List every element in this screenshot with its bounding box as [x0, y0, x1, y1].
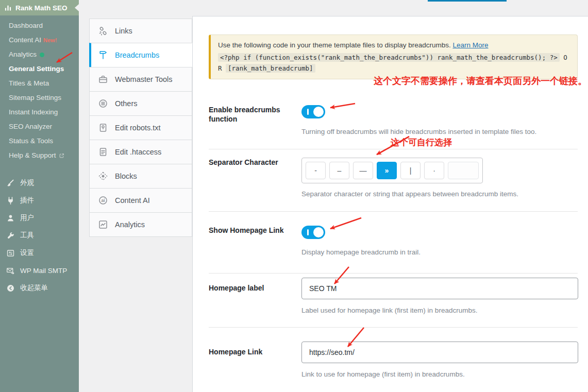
links-icon	[98, 26, 108, 36]
breadcrumbs-signpost-icon	[98, 50, 108, 60]
notice-code-line: <?php if (function_exists("rank_math_the…	[218, 52, 570, 74]
green-status-dot	[40, 53, 44, 57]
tab-label: Edit .htaccess	[115, 148, 161, 156]
setting-label: Homepage Link	[209, 342, 301, 378]
sidebar-item-users[interactable]: 用户	[0, 209, 79, 227]
breadcrumbs-code-notice: Use the following code in your theme tem…	[209, 35, 578, 79]
analytics-chart-icon	[98, 219, 108, 230]
tab-others[interactable]: Others	[89, 91, 192, 116]
setting-label: Separator Character	[209, 158, 301, 198]
setting-description: Link to use for homepage (first item) in…	[301, 370, 578, 378]
settings-tab-list: Links Breadcrumbs Webmaster Tools Others…	[89, 19, 192, 237]
homepage-label-input[interactable]	[301, 278, 578, 299]
show-homepage-link-toggle[interactable]	[301, 226, 325, 239]
sidebar-item-content-ai[interactable]: Content AINew!	[0, 33, 79, 47]
setting-description: Label used for homepage link (first item…	[301, 306, 578, 314]
setting-row-show-homepage-link: Show Homepage Link Display homepage brea…	[209, 212, 578, 274]
tools-wrench-icon	[6, 231, 15, 240]
external-link-icon	[59, 153, 64, 160]
tab-label: Others	[115, 99, 138, 108]
appearance-brush-icon	[6, 179, 15, 188]
sidebar-item-status-tools[interactable]: Status & Tools	[0, 134, 79, 148]
content-ai-icon: ai	[98, 195, 108, 206]
php-code-snippet: <?php if (function_exists("rank_math_the…	[218, 53, 560, 62]
setting-label: Enable breadcrumbs function	[209, 105, 301, 135]
setting-description: Turning off breadcrumbs will hide breadc…	[301, 128, 578, 135]
separator-option-guillemet-selected[interactable]: »	[377, 162, 397, 179]
sidebar-item-help-support[interactable]: Help & Support	[0, 148, 79, 164]
rank-math-submenu: Dashboard Content AINew! Analytics Gener…	[0, 15, 79, 164]
breadcrumbs-settings-content: Use the following code in your theme tem…	[192, 16, 588, 392]
setting-row-separator-character: Separator Character - – — » | · Separato…	[209, 149, 578, 212]
tab-label: Analytics	[115, 220, 145, 229]
tab-label: Webmaster Tools	[115, 75, 172, 83]
sidebar-item-titles-meta[interactable]: Titles & Meta	[0, 76, 79, 91]
plugin-icon	[6, 196, 15, 205]
setting-description: Display homepage breadcrumb in trail.	[301, 248, 578, 256]
wp-core-menu: 外观 插件 用户 工具 设置 WP Mail SMTP 收起菜单	[0, 164, 79, 297]
sidebar-item-seo-analyzer[interactable]: SEO Analyzer	[0, 120, 79, 134]
setting-row-homepage-link: Homepage Link Link to use for homepage (…	[209, 328, 578, 392]
tab-label: Links	[115, 27, 132, 35]
separator-choices: - – — » | ·	[301, 158, 483, 183]
notice-text: Use the following code in your theme tem…	[218, 41, 451, 49]
collapse-menu-icon	[6, 284, 15, 293]
users-icon	[6, 214, 15, 223]
wp-admin-sidebar: Rank Math SEO Dashboard Content AINew! A…	[0, 0, 79, 392]
sidebar-item-collapse-menu[interactable]: 收起菜单	[0, 279, 79, 297]
sidebar-item-settings[interactable]: 设置	[0, 244, 79, 262]
sidebar-item-dashboard[interactable]: Dashboard	[0, 19, 79, 33]
toggle-on-bar	[307, 229, 309, 235]
settings-sliders-icon	[6, 249, 15, 258]
sidebar-item-general-settings[interactable]: General Settings	[0, 62, 79, 76]
tab-content-ai[interactable]: ai Content AI	[89, 188, 192, 213]
sidebar-item-appearance[interactable]: 外观	[0, 174, 79, 192]
tab-label: Content AI	[115, 196, 150, 204]
sidebar-item-analytics[interactable]: Analytics	[0, 47, 79, 62]
current-menu-notch	[75, 4, 79, 11]
sidebar-item-sitemap-settings[interactable]: Sitemap Settings	[0, 91, 79, 105]
separator-option-pipe[interactable]: |	[400, 162, 421, 179]
briefcase-icon	[98, 74, 108, 84]
list-circle-icon	[98, 98, 108, 109]
tab-edit-robots-txt[interactable]: Edit robots.txt	[89, 115, 192, 140]
annotation-notice-note: 这个文字不需要操作，请查看本页面另外一个链接。	[374, 75, 587, 87]
tab-analytics[interactable]: Analytics	[89, 212, 192, 237]
sidebar-header-rank-math[interactable]: Rank Math SEO	[0, 0, 79, 15]
shortcode-snippet: [rank_math_breadcrumb]	[226, 64, 315, 73]
cutoff-tab-underline	[428, 0, 507, 2]
rank-math-logo-icon	[4, 4, 12, 12]
setting-description: Separator character or string that appea…	[301, 190, 578, 198]
tab-breadcrumbs[interactable]: Breadcrumbs	[89, 43, 192, 67]
toggle-knob	[313, 227, 324, 237]
tab-blocks[interactable]: Blocks	[89, 164, 192, 189]
separator-option-emdash[interactable]: —	[353, 162, 373, 179]
setting-label: Homepage label	[209, 278, 301, 314]
sidebar-item-wp-mail-smtp[interactable]: WP Mail SMTP	[0, 262, 79, 279]
learn-more-link[interactable]: Learn More	[453, 41, 489, 49]
annotation-separator-note: 这个可自行选择	[391, 137, 452, 148]
separator-option-endash[interactable]: –	[329, 162, 349, 179]
separator-option-hyphen[interactable]: -	[306, 162, 326, 179]
toggle-on-bar	[307, 109, 309, 115]
setting-label: Show Homepage Link	[209, 226, 301, 256]
blocks-diamond-icon	[98, 171, 108, 181]
tab-label: Blocks	[115, 172, 137, 180]
sidebar-item-plugins[interactable]: 插件	[0, 192, 79, 209]
separator-custom-input[interactable]	[448, 162, 479, 179]
new-badge: New!	[43, 37, 57, 43]
sidebar-title: Rank Math SEO	[15, 4, 68, 12]
svg-text:ai: ai	[101, 198, 105, 203]
separator-option-dot[interactable]: ·	[424, 162, 444, 179]
tab-label: Edit robots.txt	[115, 124, 161, 132]
mail-envelope-icon	[6, 266, 15, 275]
tab-edit-htaccess[interactable]: Edit .htaccess	[89, 140, 192, 164]
document-icon	[98, 147, 108, 157]
tab-links[interactable]: Links	[89, 19, 192, 43]
homepage-link-input[interactable]	[301, 342, 578, 363]
enable-breadcrumbs-toggle[interactable]	[301, 105, 325, 118]
tab-webmaster-tools[interactable]: Webmaster Tools	[89, 67, 192, 92]
sidebar-item-instant-indexing[interactable]: Instant Indexing	[0, 105, 79, 120]
sidebar-item-tools[interactable]: 工具	[0, 227, 79, 244]
robots-file-icon	[98, 123, 108, 133]
